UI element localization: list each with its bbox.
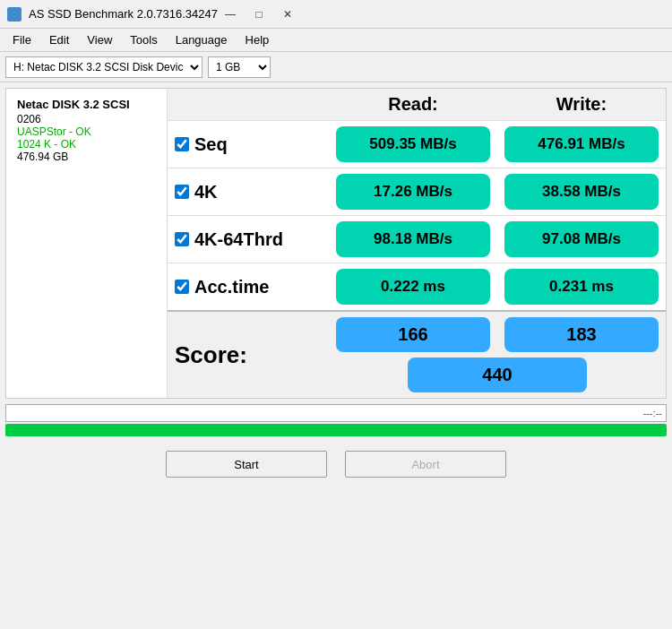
progress-bar-area: ---:-- xyxy=(5,404,667,422)
menu-item-file[interactable]: File xyxy=(4,30,40,49)
bench-row-1: 4K17.26 MB/s38.58 MB/s xyxy=(168,168,666,215)
bench-label-2: 4K-64Thrd xyxy=(168,226,329,254)
menu-bar: FileEditViewToolsLanguageHelp xyxy=(0,29,672,52)
bench-checkbox-1[interactable] xyxy=(175,185,189,199)
bench-label-text-0: Seq xyxy=(194,134,228,155)
bench-read-3: 0.222 ms xyxy=(336,269,490,305)
disk-selector[interactable]: H: Netac DISK 3.2 SCSI Disk Devic xyxy=(5,56,202,78)
results-panel: Read: Write: Seq509.35 MB/s476.91 MB/s4K… xyxy=(168,89,666,398)
bench-row-3: Acc.time0.222 ms0.231 ms xyxy=(168,263,666,310)
menu-item-view[interactable]: View xyxy=(78,30,121,49)
score-values: 166 183 440 xyxy=(329,312,666,398)
bottom-bar: Start Abort xyxy=(0,442,672,485)
bench-checkbox-3[interactable] xyxy=(175,280,189,294)
content-area: Netac DISK 3.2 SCSI 0206 UASPStor - OK 1… xyxy=(5,88,667,399)
score-label: Score: xyxy=(168,338,329,373)
size-selector[interactable]: 1 GB xyxy=(208,56,271,78)
abort-button[interactable]: Abort xyxy=(345,451,506,478)
score-read: 166 xyxy=(336,317,490,352)
start-button[interactable]: Start xyxy=(166,451,327,478)
bench-read-0: 509.35 MB/s xyxy=(336,126,490,162)
window-controls: — □ ✕ xyxy=(218,5,300,23)
disk-name: Netac DISK 3.2 SCSI xyxy=(17,98,156,111)
score-row: Score: 166 183 440 xyxy=(168,312,666,398)
score-top-row: 166 183 xyxy=(329,317,666,352)
menu-item-edit[interactable]: Edit xyxy=(40,30,78,49)
disk-status-uaspstor: UASPStor - OK xyxy=(17,125,156,138)
bench-label-text-2: 4K-64Thrd xyxy=(194,229,283,250)
score-write: 183 xyxy=(504,317,659,352)
bench-label-text-3: Acc.time xyxy=(194,277,269,297)
bench-checkbox-0[interactable] xyxy=(175,137,189,151)
bench-write-0: 476.91 MB/s xyxy=(504,126,659,162)
score-section: Score: 166 183 440 xyxy=(168,310,666,398)
bench-label-0: Seq xyxy=(168,131,329,159)
bench-label-text-1: 4K xyxy=(194,182,218,202)
minimize-button[interactable]: — xyxy=(218,5,243,23)
window-title: AS SSD Benchmark 2.0.7316.34247 xyxy=(29,7,218,21)
disk-model: 0206 xyxy=(17,113,156,125)
menu-item-tools[interactable]: Tools xyxy=(121,30,166,49)
menu-item-help[interactable]: Help xyxy=(237,30,279,49)
title-bar: AS SSD Benchmark 2.0.7316.34247 — □ ✕ xyxy=(0,0,672,29)
bench-read-1: 17.26 MB/s xyxy=(336,174,490,210)
bench-write-3: 0.231 ms xyxy=(504,269,659,305)
rw-header: Read: Write: xyxy=(168,89,666,120)
write-header: Write: xyxy=(497,89,666,120)
bench-write-1: 38.58 MB/s xyxy=(504,174,659,210)
bench-read-2: 98.18 MB/s xyxy=(336,221,490,257)
disk-status-1024k: 1024 K - OK xyxy=(17,138,156,151)
menu-item-language[interactable]: Language xyxy=(167,30,237,49)
bench-write-2: 97.08 MB/s xyxy=(504,221,659,257)
score-total: 440 xyxy=(408,358,587,392)
read-header: Read: xyxy=(329,89,497,120)
maximize-button[interactable]: □ xyxy=(246,5,271,23)
disk-info-panel: Netac DISK 3.2 SCSI 0206 UASPStor - OK 1… xyxy=(6,89,168,398)
close-button[interactable]: ✕ xyxy=(275,5,300,23)
green-progress-bar xyxy=(5,424,667,436)
bench-row-2: 4K-64Thrd98.18 MB/s97.08 MB/s xyxy=(168,215,666,263)
toolbar: H: Netac DISK 3.2 SCSI Disk Devic 1 GB xyxy=(0,52,672,82)
progress-time: ---:-- xyxy=(643,408,662,418)
bench-row-0: Seq509.35 MB/s476.91 MB/s xyxy=(168,120,666,168)
bench-label-1: 4K xyxy=(168,178,329,206)
bench-label-3: Acc.time xyxy=(168,273,329,301)
benchmark-rows: Seq509.35 MB/s476.91 MB/s4K17.26 MB/s38.… xyxy=(168,120,666,310)
bench-checkbox-2[interactable] xyxy=(175,232,189,246)
app-icon xyxy=(7,7,22,22)
disk-size: 476.94 GB xyxy=(17,151,156,163)
